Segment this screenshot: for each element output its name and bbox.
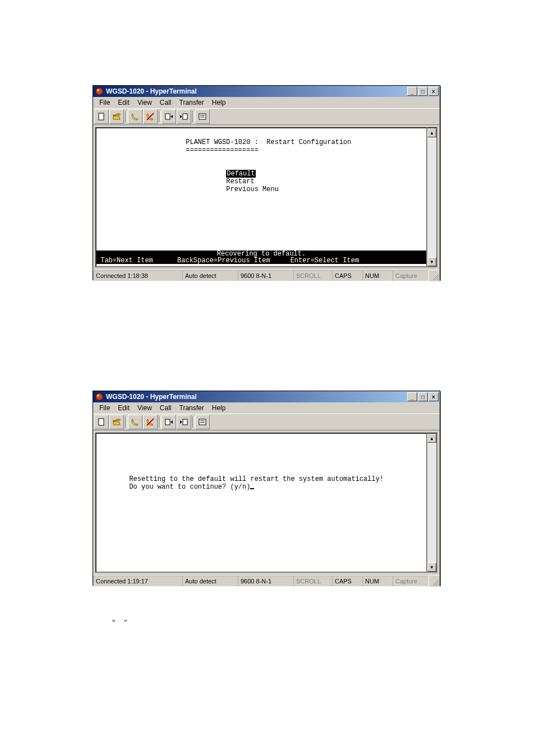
- hyperterminal-window-2: WGSD-1020 - HyperTerminal _ □ × File Edi…: [93, 391, 440, 586]
- svg-rect-17: [183, 419, 187, 425]
- toolbar-send-button[interactable]: [162, 109, 176, 124]
- menu-view[interactable]: View: [133, 98, 156, 108]
- menu-item-default[interactable]: Default: [226, 170, 255, 178]
- window-title: WGSD-1020 - HyperTerminal: [106, 87, 407, 95]
- scroll-track[interactable]: [427, 443, 436, 563]
- vertical-scrollbar[interactable]: ▲ ▼: [427, 127, 437, 267]
- maximize-button[interactable]: □: [418, 392, 428, 401]
- menu-item-previous[interactable]: Previous Menu: [226, 185, 279, 193]
- status-detect: Auto detect: [182, 270, 238, 281]
- toolbar-send-button[interactable]: [162, 415, 176, 429]
- menu-file[interactable]: File: [95, 98, 114, 108]
- minimize-button[interactable]: _: [407, 87, 417, 96]
- toolbar: [93, 414, 440, 430]
- terminal-header-left: PLANET WGSD-1020 :: [186, 138, 259, 146]
- menu-file[interactable]: File: [95, 403, 114, 413]
- client-area: Resetting to the default will restart th…: [93, 430, 440, 575]
- menu-help[interactable]: Help: [208, 98, 230, 108]
- text-cursor: [250, 488, 254, 489]
- scroll-down-button[interactable]: ▼: [427, 257, 436, 266]
- minimize-icon: _: [411, 394, 414, 400]
- chevron-up-icon: ▲: [430, 436, 434, 441]
- svg-point-0: [96, 88, 103, 95]
- toolbar-open-button[interactable]: [109, 109, 124, 124]
- client-area: PLANET WGSD-1020 : Restart Configuration…: [93, 125, 440, 270]
- window-title: WGSD-1020 - HyperTerminal: [106, 393, 407, 401]
- svg-point-12: [96, 393, 103, 400]
- status-settings: 9600 8-N-1: [238, 270, 294, 281]
- svg-line-23: [437, 585, 439, 586]
- toolbar-new-button[interactable]: [94, 109, 109, 124]
- svg-rect-5: [183, 114, 187, 119]
- close-icon: ×: [432, 394, 435, 400]
- svg-rect-16: [165, 419, 170, 425]
- toolbar-receive-button[interactable]: [177, 415, 191, 429]
- scroll-up-button[interactable]: ▲: [427, 434, 436, 443]
- page-quote-marks: “ ”: [112, 618, 131, 627]
- svg-rect-2: [99, 113, 104, 120]
- resize-grip[interactable]: [428, 270, 440, 281]
- scroll-down-button[interactable]: ▼: [427, 563, 436, 572]
- scroll-track[interactable]: [427, 137, 436, 257]
- svg-line-11: [437, 279, 439, 280]
- resize-grip[interactable]: [428, 576, 440, 587]
- status-settings: 9600 8-N-1: [238, 576, 294, 587]
- svg-rect-4: [165, 114, 170, 119]
- menu-transfer[interactable]: Transfer: [176, 403, 208, 413]
- menu-help[interactable]: Help: [208, 403, 230, 413]
- terminal-output[interactable]: PLANET WGSD-1020 : Restart Configuration…: [95, 127, 427, 267]
- status-num: NUM: [362, 576, 393, 587]
- toolbar-receive-button[interactable]: [177, 109, 191, 124]
- toolbar-new-button[interactable]: [94, 415, 109, 429]
- minimize-button[interactable]: _: [407, 392, 417, 401]
- statusbar: Connected 1:19:17 Auto detect 9600 8-N-1…: [93, 575, 440, 587]
- toolbar-disconnect-button[interactable]: [143, 109, 158, 124]
- close-button[interactable]: ×: [428, 87, 439, 96]
- app-icon: [95, 392, 104, 401]
- hyperterminal-window-1: WGSD-1020 - HyperTerminal _ □ × File Edi…: [93, 85, 440, 280]
- status-connected: Connected 1:19:17: [93, 576, 183, 587]
- menu-call[interactable]: Call: [156, 98, 176, 108]
- titlebar[interactable]: WGSD-1020 - HyperTerminal _ □ ×: [93, 86, 440, 97]
- footer-nav-text: Tab=Next Item BackSpace=Previous Item En…: [100, 257, 359, 265]
- vertical-scrollbar[interactable]: ▲ ▼: [427, 433, 437, 573]
- toolbar-call-button[interactable]: [128, 109, 142, 124]
- status-capture: Capture: [393, 270, 429, 281]
- minimize-icon: _: [411, 89, 414, 95]
- chevron-down-icon: ▼: [430, 259, 434, 265]
- terminal-body-line2: Do you want to continue? (y/n): [129, 483, 250, 491]
- menu-item-restart[interactable]: Restart: [226, 178, 254, 185]
- close-button[interactable]: ×: [428, 392, 439, 401]
- status-caps: CAPS: [332, 270, 363, 281]
- status-caps: CAPS: [332, 576, 363, 587]
- app-icon: [95, 87, 104, 96]
- scroll-up-button[interactable]: ▲: [427, 128, 436, 137]
- status-detect: Auto detect: [182, 576, 238, 587]
- status-capture: Capture: [393, 576, 429, 587]
- titlebar[interactable]: WGSD-1020 - HyperTerminal _ □ ×: [93, 391, 440, 402]
- toolbar-open-button[interactable]: [109, 415, 124, 429]
- toolbar: [93, 108, 440, 125]
- maximize-button[interactable]: □: [418, 87, 428, 96]
- menubar: File Edit View Call Transfer Help: [93, 97, 440, 108]
- close-icon: ×: [432, 89, 435, 95]
- menubar: File Edit View Call Transfer Help: [93, 402, 440, 414]
- menu-call[interactable]: Call: [156, 403, 176, 413]
- menu-transfer[interactable]: Transfer: [176, 98, 208, 108]
- svg-rect-6: [199, 114, 206, 119]
- terminal-header-right: Restart Configuration: [259, 138, 352, 146]
- maximize-icon: □: [421, 394, 425, 400]
- menu-edit[interactable]: Edit: [114, 403, 133, 413]
- svg-rect-18: [199, 419, 206, 425]
- maximize-icon: □: [421, 89, 425, 95]
- chevron-down-icon: ▼: [430, 565, 434, 570]
- terminal-output[interactable]: Resetting to the default will restart th…: [95, 433, 427, 573]
- svg-rect-14: [99, 419, 104, 425]
- menu-view[interactable]: View: [133, 403, 156, 413]
- toolbar-call-button[interactable]: [128, 415, 142, 429]
- toolbar-properties-button[interactable]: [195, 109, 210, 124]
- toolbar-disconnect-button[interactable]: [143, 415, 158, 429]
- terminal-footer-nav: Tab=Next Item BackSpace=Previous Item En…: [96, 257, 426, 264]
- menu-edit[interactable]: Edit: [114, 98, 133, 108]
- toolbar-properties-button[interactable]: [195, 415, 210, 429]
